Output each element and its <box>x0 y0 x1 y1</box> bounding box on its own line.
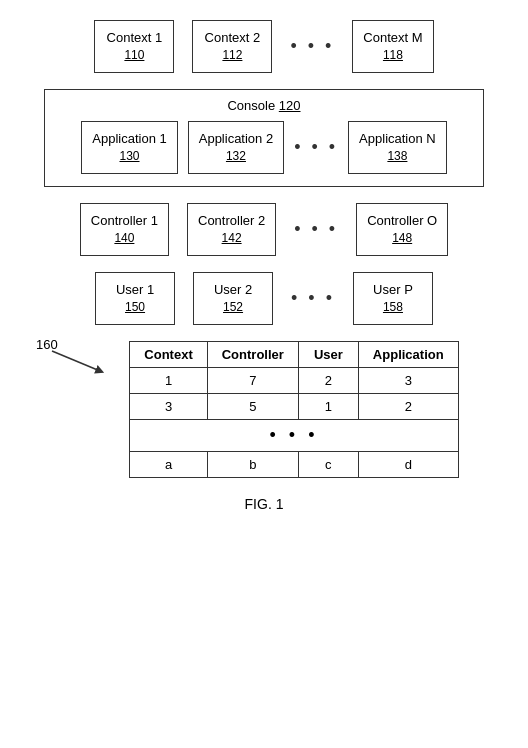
cell: c <box>298 451 358 477</box>
table-dots-row: • • • <box>130 419 458 451</box>
controller-2-label: Controller 2 <box>198 212 265 230</box>
data-table: Context Controller User Application 1 7 … <box>129 341 458 478</box>
context-row: Context 1 110 Context 2 112 • • • Contex… <box>20 20 508 73</box>
cell: a <box>130 451 207 477</box>
user-p-box: User P 158 <box>353 272 433 325</box>
app-n-label: Application N <box>359 130 436 148</box>
table-dots: • • • <box>130 419 458 451</box>
user-p-ref: 158 <box>383 299 403 316</box>
context-dots: • • • <box>290 36 334 57</box>
controller-o-box: Controller O 148 <box>356 203 448 256</box>
table-row: a b c d <box>130 451 458 477</box>
user-dots: • • • <box>291 288 335 309</box>
app-n-box: Application N 138 <box>348 121 447 174</box>
app-dots: • • • <box>294 137 338 158</box>
col-controller: Controller <box>207 341 298 367</box>
app-2-label: Application 2 <box>199 130 273 148</box>
cell: b <box>207 451 298 477</box>
user-p-label: User P <box>373 281 413 299</box>
arrow-icon <box>50 349 105 379</box>
user-1-box: User 1 150 <box>95 272 175 325</box>
cell: d <box>358 451 458 477</box>
col-application: Application <box>358 341 458 367</box>
user-1-label: User 1 <box>116 281 154 299</box>
console-title: Console 120 <box>57 98 471 113</box>
controller-1-label: Controller 1 <box>91 212 158 230</box>
fig-label: FIG. 1 <box>20 496 508 512</box>
user-1-ref: 150 <box>125 299 145 316</box>
controller-o-label: Controller O <box>367 212 437 230</box>
user-2-label: User 2 <box>214 281 252 299</box>
controller-row: Controller 1 140 Controller 2 142 • • • … <box>20 203 508 256</box>
console-box: Console 120 Application 1 130 Applicatio… <box>44 89 484 187</box>
controller-dots: • • • <box>294 219 338 240</box>
svg-line-0 <box>52 351 100 371</box>
user-row: User 1 150 User 2 152 • • • User P 158 <box>20 272 508 325</box>
table-header-row: Context Controller User Application <box>130 341 458 367</box>
controller-2-box: Controller 2 142 <box>187 203 276 256</box>
app-n-ref: 138 <box>387 148 407 165</box>
context-2-ref: 112 <box>222 47 242 64</box>
cell: 1 <box>298 393 358 419</box>
context-m-ref: 118 <box>383 47 403 64</box>
app-1-ref: 130 <box>119 148 139 165</box>
controller-1-ref: 140 <box>114 230 134 247</box>
controller-o-ref: 148 <box>392 230 412 247</box>
table-row: 1 7 2 3 <box>130 367 458 393</box>
app-2-box: Application 2 132 <box>188 121 284 174</box>
cell: 2 <box>358 393 458 419</box>
console-inner: Application 1 130 Application 2 132 • • … <box>57 121 471 174</box>
table-row: 3 5 1 2 <box>130 393 458 419</box>
context-1-box: Context 1 110 <box>94 20 174 73</box>
app-1-box: Application 1 130 <box>81 121 177 174</box>
cell: 1 <box>130 367 207 393</box>
diagram: Context 1 110 Context 2 112 • • • Contex… <box>0 0 528 748</box>
cell: 5 <box>207 393 298 419</box>
cell: 3 <box>358 367 458 393</box>
user-2-box: User 2 152 <box>193 272 273 325</box>
controller-1-box: Controller 1 140 <box>80 203 169 256</box>
app-1-label: Application 1 <box>92 130 166 148</box>
context-1-ref: 110 <box>124 47 144 64</box>
context-2-label: Context 2 <box>205 29 261 47</box>
context-2-box: Context 2 112 <box>192 20 272 73</box>
context-m-label: Context M <box>363 29 422 47</box>
user-2-ref: 152 <box>223 299 243 316</box>
cell: 3 <box>130 393 207 419</box>
app-2-ref: 132 <box>226 148 246 165</box>
table-section: 160 Context Controller User Application <box>20 341 508 478</box>
context-m-box: Context M 118 <box>352 20 433 73</box>
cell: 7 <box>207 367 298 393</box>
col-user: User <box>298 341 358 367</box>
context-1-label: Context 1 <box>107 29 163 47</box>
cell: 2 <box>298 367 358 393</box>
controller-2-ref: 142 <box>222 230 242 247</box>
col-context: Context <box>130 341 207 367</box>
